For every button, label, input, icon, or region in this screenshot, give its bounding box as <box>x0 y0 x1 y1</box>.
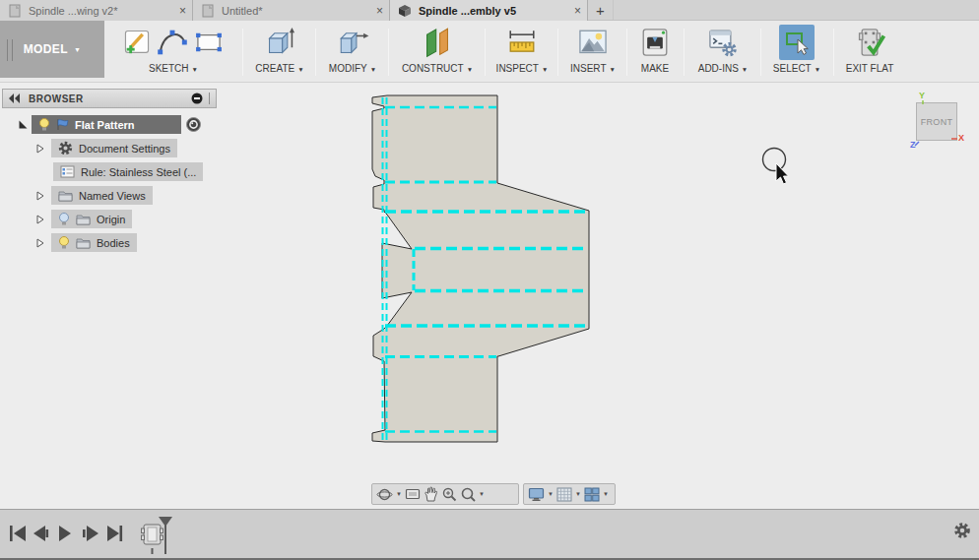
expanded-triangle-icon[interactable] <box>18 120 28 129</box>
chevron-down-icon[interactable]: ▼ <box>603 491 609 497</box>
rule-list-icon <box>60 165 75 178</box>
document-tab-bar: Spindle ...wing v2* × Untitled* × Spindl… <box>0 0 979 21</box>
display-settings-icon[interactable] <box>528 484 545 504</box>
visibility-bulb-off-icon[interactable] <box>58 213 70 226</box>
viewports-icon[interactable] <box>584 484 600 504</box>
tree-row-document-settings[interactable]: Document Settings <box>2 139 217 157</box>
close-tab-icon[interactable]: × <box>162 4 186 18</box>
navigation-toolbar: ▼ ▼ <box>371 483 519 505</box>
browser-panel-title: BROWSER <box>29 93 84 104</box>
view-cube[interactable]: FRONT <box>916 102 957 141</box>
document-settings-node[interactable]: Document Settings <box>51 139 177 157</box>
chevron-down-icon: ▼ <box>370 66 376 73</box>
toolbar-group-inspect: INSPECT▼ <box>490 23 554 80</box>
new-tab-button[interactable]: + <box>588 0 614 20</box>
toolbar-grip[interactable] <box>7 39 13 61</box>
tree-row-named-views[interactable]: Named Views <box>2 186 217 205</box>
sketch-menu[interactable]: SKETCH▼ <box>108 63 238 74</box>
collapsed-triangle-icon[interactable] <box>35 238 45 248</box>
pan-icon[interactable] <box>424 484 438 504</box>
fusion360-window: Spindle ...wing v2* × Untitled* × Spindl… <box>0 0 979 560</box>
make-button[interactable]: MAKE <box>630 63 680 74</box>
flat-pattern-feature-marker[interactable] <box>142 525 163 554</box>
radio-selected-icon[interactable] <box>186 117 201 132</box>
visibility-bulb-icon[interactable] <box>58 236 70 250</box>
timeline-playback-controls <box>8 522 136 549</box>
toolbar-divider <box>557 29 558 76</box>
tab-document-3-active[interactable]: Spindle ...embly v5 × <box>390 0 588 21</box>
go-to-end-button[interactable] <box>107 526 122 541</box>
tab-document-2[interactable]: Untitled* × <box>193 0 390 21</box>
scripts-addins-icon[interactable] <box>706 26 740 59</box>
modify-box-icon[interactable] <box>336 26 369 59</box>
chevron-down-icon: ▼ <box>467 66 473 73</box>
exit-flat-pattern-icon[interactable] <box>853 26 886 59</box>
named-views-node[interactable]: Named Views <box>51 186 153 205</box>
zoom-window-icon[interactable] <box>460 484 476 504</box>
panel-resize-handle[interactable] <box>209 93 210 104</box>
create-menu[interactable]: CREATE▼ <box>248 63 311 74</box>
collapsed-triangle-icon[interactable] <box>35 191 45 201</box>
addins-menu[interactable]: ADD-INS▼ <box>689 63 756 74</box>
flat-pattern-flag-icon <box>56 118 69 131</box>
toolbar-group-addins: ADD-INS▼ <box>689 23 756 80</box>
create-sketch-icon[interactable] <box>122 27 152 58</box>
tree-row-bodies[interactable]: Bodies <box>2 233 217 252</box>
axis-y-label: Y <box>919 91 925 100</box>
close-tab-icon[interactable]: × <box>556 4 581 18</box>
step-forward-button[interactable] <box>83 526 98 541</box>
document-icon <box>201 4 215 18</box>
go-to-start-button[interactable] <box>10 526 26 541</box>
grid-settings-icon[interactable] <box>556 484 572 504</box>
collapsed-triangle-icon[interactable] <box>35 215 45 224</box>
tab-document-1[interactable]: Spindle ...wing v2* × <box>0 0 193 21</box>
toolbar-group-insert: INSERT▼ <box>563 23 622 80</box>
tree-row-flat-pattern[interactable]: Flat Pattern <box>2 115 217 134</box>
flat-pattern-sheet[interactable] <box>372 95 589 442</box>
collapsed-triangle-icon[interactable] <box>35 144 45 154</box>
chevron-down-icon: ▼ <box>742 66 748 73</box>
chevron-down-icon[interactable]: ▼ <box>575 491 581 497</box>
create-box-icon[interactable] <box>263 26 296 59</box>
display-settings-toolbar: ▼ ▼ ▼ <box>523 483 616 505</box>
origin-node[interactable]: Origin <box>51 210 132 228</box>
close-tab-icon[interactable]: × <box>359 4 383 18</box>
chevron-down-icon[interactable]: ▼ <box>479 491 485 497</box>
chevron-down-icon[interactable]: ▼ <box>548 491 554 497</box>
step-back-button[interactable] <box>33 526 48 541</box>
tree-row-origin[interactable]: Origin <box>2 210 217 228</box>
chevron-down-icon: ▼ <box>610 66 616 73</box>
sheet-metal-rule-node[interactable]: Rule: Stainless Steel (... <box>53 162 203 181</box>
insert-menu[interactable]: INSERT▼ <box>563 63 622 74</box>
3d-print-icon[interactable] <box>638 26 672 59</box>
collapse-panel-icon[interactable] <box>9 93 21 103</box>
construct-menu[interactable]: CONSTRUCT▼ <box>394 63 481 74</box>
inspect-menu[interactable]: INSPECT▼ <box>490 63 554 74</box>
node-label: Origin <box>97 214 125 225</box>
play-button[interactable] <box>59 526 71 541</box>
spline-icon[interactable] <box>157 27 188 58</box>
remove-filter-icon[interactable] <box>191 93 203 104</box>
workspace-switcher[interactable]: MODEL ▼ <box>0 21 104 78</box>
timeline-settings-gear-icon[interactable] <box>953 522 971 543</box>
select-menu[interactable]: SELECT▼ <box>766 63 827 74</box>
toolbar-group-create: CREATE▼ <box>248 23 311 80</box>
bodies-node[interactable]: Bodies <box>51 233 137 252</box>
select-tool-active[interactable] <box>779 25 815 60</box>
view-cube-front-face[interactable]: FRONT <box>921 117 953 127</box>
flat-pattern-node[interactable]: Flat Pattern <box>32 115 181 134</box>
modify-menu[interactable]: MODIFY▼ <box>321 63 384 74</box>
chevron-down-icon[interactable]: ▼ <box>396 491 402 497</box>
main-toolbar: MODEL ▼ SKETCH▼ CREATE▼ MODIFY▼ <box>0 21 979 83</box>
measure-ruler-icon[interactable] <box>505 26 539 59</box>
model-canvas[interactable]: BROWSER Flat Pattern <box>0 83 979 509</box>
insert-image-icon[interactable] <box>576 26 610 59</box>
construct-planes-icon[interactable] <box>421 26 454 59</box>
rectangle-icon[interactable] <box>193 27 225 58</box>
tree-row-rule[interactable]: Rule: Stainless Steel (... <box>2 162 217 181</box>
exit-flat-button[interactable]: EXIT FLAT <box>838 63 901 74</box>
orbit-icon[interactable] <box>376 484 393 504</box>
visibility-bulb-icon[interactable] <box>38 118 50 132</box>
zoom-icon[interactable] <box>441 484 457 504</box>
look-at-icon[interactable] <box>405 484 421 504</box>
